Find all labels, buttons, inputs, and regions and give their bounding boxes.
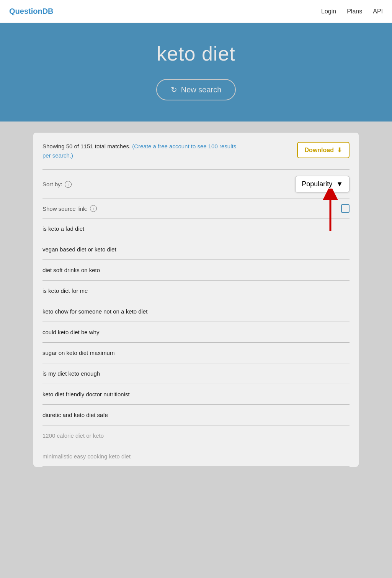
- sort-section: Sort by: i Popularity ▼: [42, 169, 350, 199]
- brand-logo[interactable]: QuestionDB: [9, 7, 54, 16]
- login-link[interactable]: Login: [321, 8, 336, 15]
- plans-link[interactable]: Plans: [347, 8, 362, 15]
- results-list: is keto a fad dietvegan based diet or ke…: [42, 218, 350, 467]
- result-item[interactable]: 1200 calorie diet or keto: [42, 425, 350, 446]
- api-link[interactable]: API: [373, 8, 383, 15]
- result-item[interactable]: is keto diet for me: [42, 281, 350, 301]
- hero-section: keto diet ↻ New search: [0, 23, 392, 122]
- nav-links: Login Plans API: [321, 8, 383, 15]
- result-item[interactable]: keto diet friendly doctor nutritionist: [42, 384, 350, 405]
- result-item[interactable]: minimalistic easy cooking keto diet: [42, 446, 350, 467]
- results-count-text: Showing 50 of 1151 total matches.: [42, 143, 131, 149]
- sort-label: Sort by: i: [42, 181, 72, 188]
- hero-title: keto diet: [157, 42, 235, 65]
- sort-label-text: Sort by:: [42, 181, 62, 187]
- source-info-icon[interactable]: i: [90, 205, 97, 212]
- result-item[interactable]: keto chow for someone not on a keto diet: [42, 301, 350, 322]
- source-label: Show source link: i: [42, 205, 97, 212]
- controls-row: Sort by: i Popularity ▼: [42, 169, 350, 199]
- result-item[interactable]: vegan based diet or keto diet: [42, 239, 350, 260]
- results-header: Showing 50 of 1151 total matches. (Creat…: [42, 142, 350, 160]
- new-search-button[interactable]: ↻ New search: [156, 79, 236, 100]
- result-item[interactable]: could keto diet be why: [42, 322, 350, 343]
- source-label-text: Show source link:: [42, 205, 88, 212]
- result-item[interactable]: diet soft drinks on keto: [42, 260, 350, 281]
- result-item[interactable]: diuretic and keto diet safe: [42, 405, 350, 425]
- download-label: Download: [305, 147, 334, 154]
- download-button[interactable]: Download ⬇: [297, 142, 350, 158]
- results-summary: Showing 50 of 1151 total matches. (Creat…: [42, 142, 242, 160]
- results-card: Showing 50 of 1151 total matches. (Creat…: [33, 132, 359, 467]
- result-item[interactable]: is my diet keto enough: [42, 363, 350, 384]
- result-item[interactable]: is keto a fad diet: [42, 218, 350, 239]
- main-content: Showing 50 of 1151 total matches. (Creat…: [24, 122, 368, 478]
- download-icon: ⬇: [337, 146, 342, 154]
- sort-option-label: Popularity: [302, 180, 332, 188]
- navbar: QuestionDB Login Plans API: [0, 0, 392, 23]
- result-item[interactable]: sugar on keto diet maximum: [42, 343, 350, 363]
- refresh-icon: ↻: [171, 85, 177, 94]
- new-search-label: New search: [181, 85, 222, 94]
- source-row: Show source link: i: [42, 199, 350, 218]
- sort-dropdown[interactable]: Popularity ▼: [295, 176, 350, 192]
- chevron-down-icon: ▼: [336, 180, 343, 188]
- source-link-checkbox[interactable]: [341, 204, 350, 213]
- sort-info-icon[interactable]: i: [65, 181, 72, 188]
